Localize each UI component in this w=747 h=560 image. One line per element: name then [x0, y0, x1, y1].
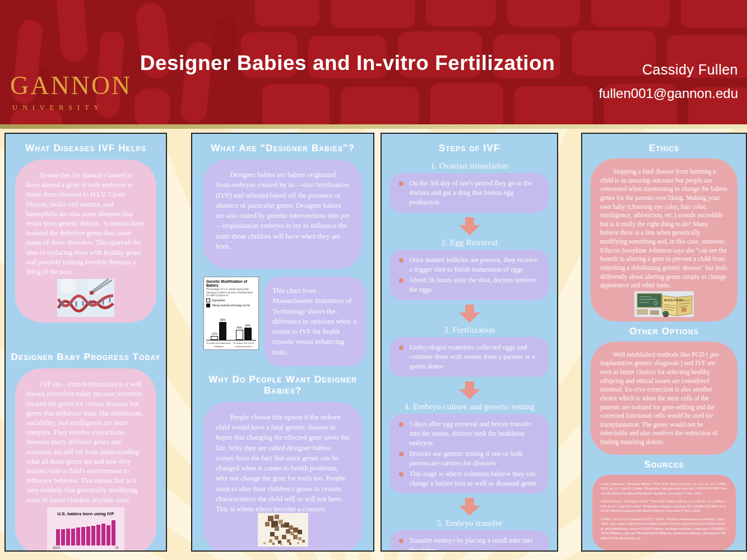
header-divider-strip: [0, 124, 747, 129]
bar-group: 17%80%: [211, 319, 226, 340]
down-arrow-icon: [457, 498, 482, 516]
citation: Smith, Patricia. "Designer babies." New …: [601, 499, 727, 514]
step-title: 1. Ovarian stimulation: [430, 161, 508, 171]
bullet-item: Embryologist examines collected eggs and…: [398, 343, 541, 371]
column-designer-babies: What Are "Designer Babies"? Designer bab…: [191, 133, 374, 552]
step-title: 3. Fertilization: [444, 325, 495, 335]
bullet-dot: [399, 278, 403, 283]
chart-caption-text: This chart from Massachusetts Institutio…: [272, 286, 358, 357]
bar: [76, 528, 80, 545]
section-heading: Designer Baby Progress Today: [6, 352, 166, 363]
bullet-text: This stage is where scientists believe t…: [409, 469, 541, 488]
sources-box: Grisé, Chrisanne. "Designer Babies." New…: [592, 475, 736, 551]
step-title: 5. Embryo transfer: [437, 518, 502, 528]
legend-swatch-white: [206, 298, 210, 302]
bullet-text: On the 3rd day of one's period they go t…: [409, 179, 541, 207]
text-box: Researcher He Jiankui claimed to have al…: [15, 160, 156, 323]
bullet-dot: [399, 181, 403, 186]
legend-label: Appropriate: [212, 299, 225, 302]
column-diseases: What Diseases IVF Helps Researcher He Ji…: [4, 133, 167, 552]
text-box: IVF (In—vitro fertilization) is a well k…: [15, 368, 156, 552]
bar: [101, 524, 105, 545]
bar-value-label: 17%: [212, 333, 217, 335]
bar-appropriate: [236, 330, 243, 340]
logo-subtitle: UNIVERSITY: [12, 103, 132, 112]
pixel-baby-mosaic-image: [258, 513, 308, 547]
bar: [71, 529, 75, 545]
section-heading: Why Do People Want Designer Babies?: [192, 374, 373, 396]
author-block: Cassidy Fullen fullen001@gannon.edu: [598, 62, 738, 101]
bar-cell: 80%: [219, 319, 226, 340]
down-arrow-icon: [457, 381, 482, 399]
category-label: To make the baby more intelligent: [206, 342, 231, 348]
ivf-steps: 1. Ovarian stimulationOn the 3rd day of …: [382, 158, 557, 552]
bullet-dot: [399, 539, 403, 543]
bar-appropriate: [211, 336, 218, 340]
author-email: fullen001@gannon.edu: [598, 86, 738, 101]
citation: UPMC. "In Vitro Fertilization (IVF)." UP…: [601, 517, 727, 541]
dna-gene-editing-image: [57, 279, 114, 317]
bullet-dot: [399, 422, 403, 427]
bullet-item: Doctors use genetic testing if one or bo…: [398, 449, 541, 468]
bullet-item: Transfer embryo by placing a small tube …: [398, 536, 541, 552]
step-box: Once mature follicles are present, they …: [390, 250, 549, 300]
author-name: Cassidy Fullen: [598, 62, 738, 78]
gannon-university-logo: GANNON UNIVERSITY: [10, 73, 132, 112]
step-box: 5 days after egg retrieval and before tr…: [390, 414, 549, 494]
ivf-babies-bar-chart: U.S. babies born using IVF 2010 '21: [47, 507, 124, 552]
bullet-item: On the 3rd day of one's period they go t…: [398, 179, 541, 207]
text-box: Well established methods like PGD ( pre-…: [591, 342, 737, 455]
chart-category-labels: To make the baby more intelligentTo redu…: [206, 340, 256, 348]
bar-too-far: [219, 322, 226, 340]
bar-value-label: 54%: [245, 324, 250, 327]
text-box: Designer babies are babies originated fr…: [203, 160, 362, 269]
bar-value-label: 80%: [220, 319, 226, 321]
step-title: 4. Embryo culture and genetic testing: [404, 402, 534, 412]
section-heading: Steps of IVF: [382, 143, 557, 154]
legend-row: Taking medical technology too far: [206, 304, 256, 307]
body-text: Well established methods like PGD ( pre-…: [600, 351, 728, 447]
bullet-item: Once mature follicles are present, they …: [398, 255, 541, 274]
bullet-text: About 36 hours after the shot, doctors r…: [409, 276, 541, 295]
build-a-baby-comic-image: BUILD A BABY: [634, 291, 694, 317]
bar: [112, 520, 115, 545]
step-box: On the 3rd day of one's period they go t…: [390, 173, 549, 213]
bullet-item: 5 days after egg retrieval and before tr…: [398, 419, 541, 448]
bar-cell: 17%: [211, 333, 218, 340]
x-tick-label: '21: [115, 546, 119, 549]
bar: [61, 529, 65, 545]
text-box: Stopping a fatal disease from harming a …: [591, 158, 737, 321]
down-arrow-icon: [457, 305, 482, 323]
bullet-text: Once mature follicles are present, they …: [409, 255, 541, 274]
ivf-bars: [52, 519, 120, 545]
header-banner: Designer Babies and In-vitro Fertilizati…: [0, 0, 747, 124]
bar-value-label: 44%: [236, 326, 242, 329]
section-heading: Sources: [582, 459, 746, 470]
body-text: People choose this option if the unborn …: [216, 412, 350, 515]
genetic-modification-chart: Genetic Modification of Babies Percentag…: [203, 277, 259, 350]
section-heading: What Diseases IVF Helps: [6, 143, 166, 154]
bar: [56, 529, 60, 545]
bar: [91, 526, 95, 545]
citation: Grisé, Chrisanne. "Designer Babies." New…: [601, 482, 727, 496]
bar-too-far: [244, 328, 252, 340]
chart-legend: AppropriateTaking medical technology too…: [206, 298, 256, 307]
bar: [106, 525, 110, 545]
chart-title: U.S. babies born using IVF: [52, 511, 120, 517]
body-text: Designer babies are babies originated fr…: [216, 170, 350, 251]
body-text: Stopping a fatal disease from harming a …: [600, 167, 728, 290]
bullet-item: This stage is where scientists believe t…: [398, 469, 541, 488]
chart-title: Genetic Modification of Babies: [206, 279, 256, 287]
poster: Designer Babies and In-vitro Fertilizati…: [0, 0, 747, 560]
bar: [81, 527, 85, 545]
bullet-dot: [399, 452, 403, 456]
logo-wordmark: GANNON: [10, 73, 132, 99]
chart-plot: 17%80%44%54%: [206, 311, 256, 340]
step-title: 2. Egg Retrieval: [441, 237, 498, 248]
bar: [66, 529, 70, 545]
body-text: Researcher He Jiankui claimed to have al…: [26, 171, 145, 277]
bullet-text: Transfer embryo by placing a small tube …: [409, 536, 541, 552]
category-label: To reduce the risk of serious diseases: [231, 342, 256, 348]
chart-caption-box: This chart from Massachusetts Institutio…: [265, 277, 365, 366]
bar: [86, 526, 90, 545]
